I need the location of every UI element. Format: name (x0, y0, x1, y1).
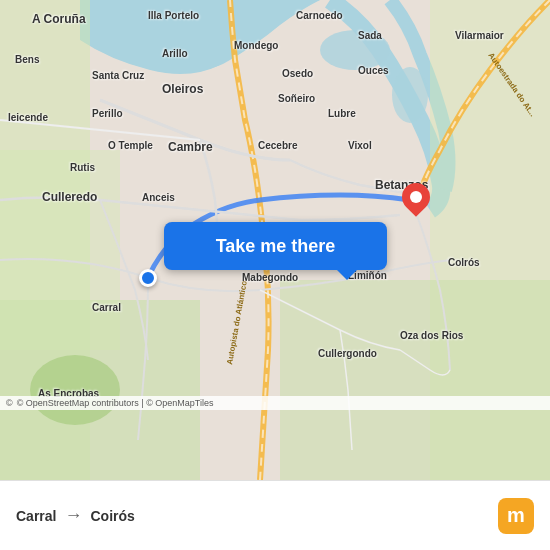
copyright-icon: © (6, 398, 13, 408)
take-me-there-button[interactable]: Take me there (164, 222, 387, 270)
town-label-santacruz: Santa Cruz (92, 70, 144, 81)
route-info: Carral → Coirós (16, 505, 135, 526)
town-label-carnoedo: Carnoedo (296, 10, 343, 21)
map-attribution: © © OpenStreetMap contributors | © OpenM… (0, 396, 550, 410)
town-label-ouces: Ouces (358, 65, 389, 76)
town-label-ieicende: Ieicende (8, 112, 48, 123)
route-from: Carral (16, 508, 56, 524)
route-to: Coirós (90, 508, 134, 524)
origin-marker (139, 269, 157, 287)
town-label-osedo: Osedo (282, 68, 313, 79)
bottom-bar: Carral → Coirós m (0, 480, 550, 550)
destination-marker (402, 183, 430, 219)
svg-text:Autopista do Atlántico: Autopista do Atlántico (225, 280, 249, 365)
town-label-otemple: O Temple (108, 140, 153, 151)
svg-rect-7 (280, 280, 550, 480)
svg-rect-5 (0, 300, 200, 480)
moovit-icon: m (498, 498, 534, 534)
attribution-text: © OpenStreetMap contributors | © OpenMap… (17, 398, 214, 408)
svg-point-2 (392, 67, 428, 123)
town-label-arillo: Arillo (162, 48, 188, 59)
town-label-bens: Bens (15, 54, 39, 65)
town-label-cecebre: Cecebre (258, 140, 297, 151)
town-label-colros: Colrós (448, 257, 480, 268)
svg-point-8 (30, 355, 120, 425)
town-label-culleredo: Culleredo (42, 190, 97, 204)
route-arrow-icon: → (64, 505, 82, 526)
town-label-ozadosrios: Oza dos Rios (400, 330, 463, 341)
town-label-mondego: Mondego (234, 40, 278, 51)
town-label-sada: Sada (358, 30, 382, 41)
town-label-illaportelo: Illa Portelo (148, 10, 199, 21)
town-label-acoruña: A Coruña (32, 12, 86, 26)
town-label-anceis: Anceis (142, 192, 175, 203)
town-label-vixol: Vixol (348, 140, 372, 151)
town-label-cullergondo: Cullergondo (318, 348, 377, 359)
town-label-perillo: Perillo (92, 108, 123, 119)
map-container: Autopista do Atlántico Autoestrada do At… (0, 0, 550, 480)
town-label-soñeiro: Soñeiro (278, 93, 315, 104)
town-label-lubre: Lubre (328, 108, 356, 119)
svg-point-1 (320, 30, 390, 70)
town-label-cambre: Cambre (168, 140, 213, 154)
town-label-mabegondo: Mabegondo (242, 272, 298, 283)
town-label-rutis: Rutis (70, 162, 95, 173)
town-label-carral: Carral (92, 302, 121, 313)
town-label-oleiros: Oleiros (162, 82, 203, 96)
town-label-vilarmaior: Vilarmaior (455, 30, 504, 41)
svg-rect-6 (0, 150, 120, 350)
take-me-there-label: Take me there (216, 236, 336, 257)
svg-text:Autoestrada do At...: Autoestrada do At... (486, 51, 537, 118)
moovit-logo: m (498, 498, 534, 534)
